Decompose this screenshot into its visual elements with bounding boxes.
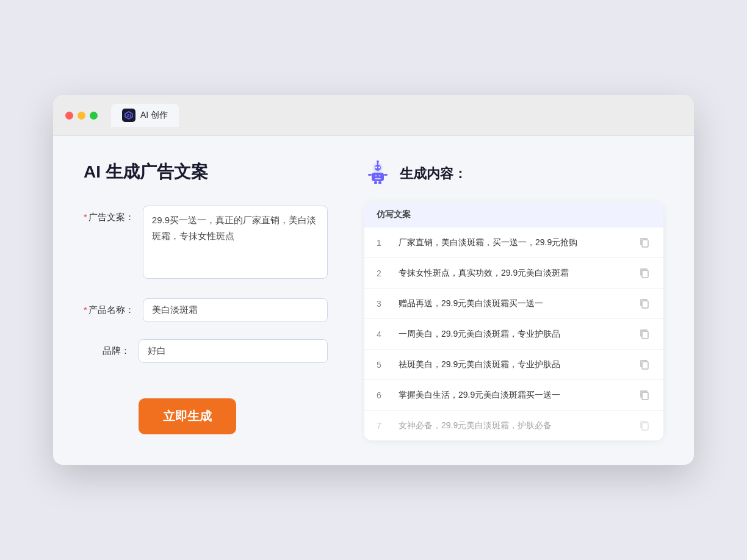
- svg-rect-21: [642, 392, 648, 400]
- maximize-button[interactable]: [90, 112, 98, 120]
- svg-rect-10: [384, 174, 388, 176]
- right-panel: 生成内容： 仿写文案 1厂家直销，美白淡斑霜，买一送一，29.9元抢购 2专抹女…: [364, 160, 663, 440]
- table-row: 7女神必备，29.9元美白淡斑霜，护肤必备: [364, 411, 663, 440]
- svg-rect-14: [374, 181, 377, 184]
- row-text: 祛斑美白，29.9元美白淡斑霜，专业护肤品: [399, 358, 629, 371]
- ad-copy-input-wrapper: 29.9买一送一，真正的厂家直销，美白淡斑霜，专抹女性斑点: [143, 206, 328, 281]
- robot-icon: [364, 160, 391, 187]
- product-name-input[interactable]: 美白淡斑霜: [143, 298, 328, 322]
- product-name-group: *产品名称： 美白淡斑霜: [84, 298, 328, 322]
- svg-rect-20: [642, 362, 648, 369]
- result-table: 仿写文案 1厂家直销，美白淡斑霜，买一送一，29.9元抢购 2专抹女性斑点，真实…: [364, 202, 663, 440]
- table-row: 5祛斑美白，29.9元美白淡斑霜，专业护肤品: [364, 350, 663, 380]
- row-text: 厂家直销，美白淡斑霜，买一送一，29.9元抢购: [399, 236, 629, 249]
- copy-icon[interactable]: [639, 298, 651, 310]
- tab-label: AI 创作: [140, 110, 168, 121]
- row-text: 专抹女性斑点，真实功效，29.9元美白淡斑霜: [399, 267, 629, 279]
- copy-icon[interactable]: [639, 389, 651, 401]
- row-number: 4: [377, 329, 389, 339]
- brand-group: 品牌： 好白: [84, 339, 328, 363]
- svg-rect-22: [642, 423, 648, 430]
- svg-rect-18: [642, 301, 648, 308]
- table-row: 2专抹女性斑点，真实功效，29.9元美白淡斑霜: [364, 258, 663, 289]
- svg-point-5: [377, 160, 379, 163]
- svg-rect-11: [375, 178, 381, 179]
- ad-copy-group: *广告文案： 29.9买一送一，真正的厂家直销，美白淡斑霜，专抹女性斑点: [84, 206, 328, 281]
- row-number: 1: [377, 238, 389, 248]
- table-header: 仿写文案: [364, 202, 663, 228]
- browser-window: AI AI 创作 AI 生成广告文案 *广告文案： 29.9买一送一，真正的厂家…: [53, 95, 694, 465]
- generate-button[interactable]: 立即生成: [139, 398, 236, 434]
- row-number: 7: [377, 421, 389, 431]
- svg-point-7: [378, 167, 380, 168]
- row-number: 5: [377, 360, 389, 370]
- row-text: 一周美白，29.9元美白淡斑霜，专业护肤品: [399, 328, 629, 340]
- required-star-1: *: [84, 212, 87, 222]
- product-name-input-wrapper: 美白淡斑霜: [143, 298, 328, 322]
- close-button[interactable]: [65, 112, 73, 120]
- svg-point-12: [375, 175, 377, 177]
- copy-icon[interactable]: [639, 359, 651, 371]
- table-row: 1厂家直销，美白淡斑霜，买一送一，29.9元抢购: [364, 228, 663, 258]
- page-title: AI 生成广告文案: [84, 160, 328, 184]
- copy-icon[interactable]: [639, 420, 651, 432]
- ai-tab[interactable]: AI AI 创作: [111, 104, 179, 127]
- row-text: 女神必备，29.9元美白淡斑霜，护肤必备: [399, 419, 629, 432]
- brand-label: 品牌：: [84, 339, 139, 358]
- ad-copy-textarea[interactable]: 29.9买一送一，真正的厂家直销，美白淡斑霜，专抹女性斑点: [143, 206, 328, 279]
- svg-rect-8: [372, 173, 384, 181]
- row-text: 掌握美白生活，29.9元美白淡斑霜买一送一: [399, 389, 629, 401]
- minimize-button[interactable]: [78, 112, 85, 120]
- svg-rect-17: [642, 270, 648, 278]
- title-bar: AI AI 创作: [53, 95, 694, 136]
- required-star-2: *: [84, 304, 87, 315]
- svg-point-6: [375, 167, 377, 168]
- copy-icon[interactable]: [639, 267, 651, 279]
- brand-input[interactable]: 好白: [139, 339, 328, 363]
- svg-rect-9: [368, 174, 372, 176]
- table-row: 4一周美白，29.9元美白淡斑霜，专业护肤品: [364, 319, 663, 350]
- copy-icon[interactable]: [639, 237, 651, 249]
- row-number: 6: [377, 390, 389, 400]
- row-number: 2: [377, 268, 389, 278]
- result-rows-container: 1厂家直销，美白淡斑霜，买一送一，29.9元抢购 2专抹女性斑点，真实功效，29…: [364, 228, 663, 440]
- svg-rect-16: [642, 240, 648, 247]
- result-header: 生成内容：: [364, 160, 663, 187]
- svg-point-13: [379, 175, 381, 177]
- ad-copy-label: *广告文案：: [84, 206, 143, 224]
- svg-rect-19: [642, 331, 648, 339]
- main-content: AI 生成广告文案 *广告文案： 29.9买一送一，真正的厂家直销，美白淡斑霜，…: [53, 136, 694, 465]
- result-title: 生成内容：: [400, 165, 467, 183]
- ai-tab-icon: AI: [122, 109, 135, 122]
- svg-rect-15: [378, 181, 381, 184]
- traffic-lights: [65, 112, 98, 120]
- table-row: 6掌握美白生活，29.9元美白淡斑霜买一送一: [364, 380, 663, 411]
- product-name-label: *产品名称：: [84, 298, 143, 317]
- table-row: 3赠品再送，29.9元美白淡斑霜买一送一: [364, 289, 663, 319]
- left-panel: AI 生成广告文案 *广告文案： 29.9买一送一，真正的厂家直销，美白淡斑霜，…: [84, 160, 328, 440]
- brand-input-wrapper: 好白: [139, 339, 328, 363]
- svg-text:AI: AI: [127, 113, 131, 118]
- row-number: 3: [377, 299, 389, 309]
- row-text: 赠品再送，29.9元美白淡斑霜买一送一: [399, 297, 629, 310]
- copy-icon[interactable]: [639, 328, 651, 340]
